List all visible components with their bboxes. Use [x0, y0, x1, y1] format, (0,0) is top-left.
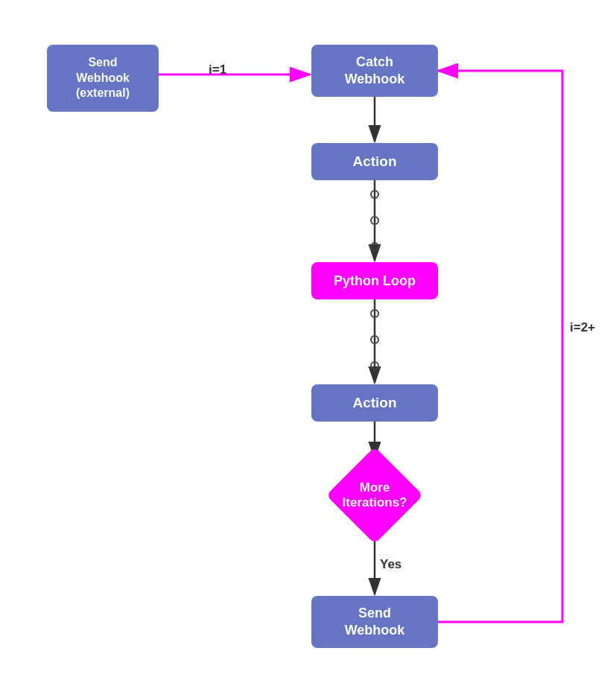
dot2 — [370, 216, 379, 225]
dot1 — [370, 190, 379, 199]
send-webhook-label: Send Webhook — [345, 605, 405, 640]
more-iterations-node: More Iterations? — [326, 447, 423, 544]
dot6 — [370, 361, 379, 370]
send-webhook-external-label: Send Webhook (external) — [76, 55, 130, 101]
diagram-container: Send Webhook (external) i=1 Catch Webhoo… — [0, 0, 616, 683]
more-iterations-diamond-wrapper: More Iterations? — [326, 447, 423, 544]
action2-label: Action — [352, 395, 396, 411]
python-loop-node: Python Loop — [311, 262, 438, 299]
i2-label: i=2+ — [570, 320, 595, 335]
dot4 — [370, 309, 379, 318]
send-webhook-node: Send Webhook — [311, 596, 438, 648]
action1-node: Action — [311, 143, 438, 180]
catch-webhook-label: Catch Webhook — [345, 54, 405, 89]
yes-label: Yes — [380, 557, 401, 572]
python-loop-label: Python Loop — [334, 273, 416, 289]
dot5 — [370, 335, 379, 344]
dot3 — [370, 242, 379, 251]
send-webhook-external-node: Send Webhook (external) — [47, 45, 159, 112]
catch-webhook-node: Catch Webhook — [311, 45, 438, 97]
action2-node: Action — [311, 384, 438, 422]
i1-label: i=1 — [209, 63, 226, 77]
action1-label: Action — [352, 153, 396, 170]
more-iterations-label: More Iterations? — [343, 480, 407, 511]
